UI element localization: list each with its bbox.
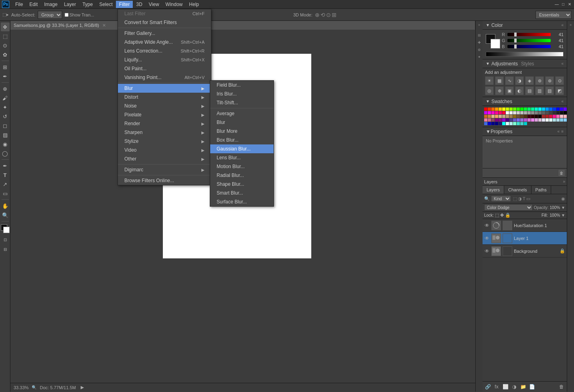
swatch-cell[interactable] bbox=[549, 118, 552, 122]
close-btn[interactable]: ✕ bbox=[567, 2, 572, 7]
swatch-cell[interactable] bbox=[520, 111, 523, 114]
filter-distort[interactable]: Distort ▶ bbox=[118, 93, 211, 102]
mini-icon-1[interactable]: » bbox=[476, 22, 483, 28]
swatch-cell[interactable] bbox=[564, 108, 567, 111]
swatch-cell[interactable] bbox=[524, 115, 527, 118]
quick-select-tool[interactable]: ✿ bbox=[1, 50, 10, 59]
adj-tab-styles[interactable]: Styles bbox=[521, 61, 534, 67]
swatch-cell[interactable] bbox=[560, 115, 563, 118]
swatch-cell[interactable] bbox=[517, 122, 520, 125]
type-tool[interactable]: T bbox=[1, 171, 10, 179]
swatch-cell[interactable] bbox=[546, 115, 549, 118]
move-tool[interactable]: ✥ bbox=[1, 22, 10, 31]
swatch-cell[interactable] bbox=[517, 118, 520, 122]
filter-pixelate[interactable]: Pixelate ▶ bbox=[118, 110, 211, 119]
swatch-cell[interactable] bbox=[556, 118, 560, 122]
swatch-cell[interactable] bbox=[488, 122, 491, 125]
swatch-cell[interactable] bbox=[491, 122, 495, 125]
swatch-cell[interactable] bbox=[509, 108, 513, 111]
color-expand-icon[interactable]: « bbox=[561, 23, 564, 27]
add-style-btn[interactable]: fx bbox=[493, 383, 500, 390]
minimize-btn[interactable]: — bbox=[554, 2, 560, 7]
adj-panel-expand[interactable]: « bbox=[561, 61, 564, 66]
filter-blur[interactable]: Blur ▶ bbox=[118, 84, 211, 93]
color-picker[interactable] bbox=[1, 224, 10, 233]
blur-smart[interactable]: Smart Blur... bbox=[210, 189, 274, 197]
swatch-cell[interactable] bbox=[499, 111, 502, 114]
filter-lens-correction[interactable]: Lens Correction... Shift+Ctrl+R bbox=[118, 47, 211, 55]
swatch-cell[interactable] bbox=[564, 111, 567, 114]
swatch-cell[interactable] bbox=[527, 118, 531, 122]
filter-gallery[interactable]: Filter Gallery... bbox=[118, 29, 211, 38]
3d-tool-3[interactable]: ⊙ bbox=[326, 12, 331, 18]
history-brush-tool[interactable]: ↺ bbox=[1, 112, 10, 121]
swatch-cell[interactable] bbox=[513, 122, 516, 125]
lock-move-icon[interactable]: ✥ bbox=[500, 213, 504, 218]
opacity-arrow[interactable]: ▼ bbox=[561, 205, 565, 210]
blur-surface[interactable]: Surface Blur... bbox=[210, 197, 274, 206]
adjustments-panel-header[interactable]: ▼ Adjustments Styles « bbox=[483, 59, 567, 68]
blur-field[interactable]: Field Blur... bbox=[210, 81, 274, 89]
properties-expand[interactable]: « bbox=[558, 129, 560, 134]
zoom-tool[interactable]: 🔍 bbox=[1, 211, 10, 219]
layer-visibility-1[interactable]: 👁 bbox=[484, 236, 490, 241]
menu-view[interactable]: View bbox=[146, 1, 162, 8]
blur-motion[interactable]: Motion Blur... bbox=[210, 162, 274, 171]
gradient-tool[interactable]: ▨ bbox=[1, 130, 10, 139]
blur-blur[interactable]: Blur bbox=[210, 118, 274, 127]
restore-btn[interactable]: □ bbox=[560, 2, 566, 7]
layers-collapse-btn[interactable]: » bbox=[563, 179, 565, 184]
swatch-cell[interactable] bbox=[488, 108, 491, 111]
swatch-cell[interactable] bbox=[495, 118, 498, 122]
swatch-cell[interactable] bbox=[553, 108, 556, 111]
swatch-cell[interactable] bbox=[499, 115, 502, 118]
swatch-cell[interactable] bbox=[502, 111, 505, 114]
filter-convert-smart[interactable]: Convert for Smart Filters bbox=[118, 18, 211, 27]
swatch-cell[interactable] bbox=[531, 118, 534, 122]
adj-icon-selectivecolor[interactable]: ◩ bbox=[555, 86, 564, 95]
swatch-cell[interactable] bbox=[509, 122, 513, 125]
swatch-cell[interactable] bbox=[564, 118, 567, 122]
swatch-cell[interactable] bbox=[513, 118, 516, 122]
fill-arrow[interactable]: ▼ bbox=[561, 213, 565, 217]
mini-icon-4[interactable]: ⊕ bbox=[476, 47, 483, 53]
swatch-cell[interactable] bbox=[553, 111, 556, 114]
adj-icon-bw[interactable]: ⊙ bbox=[555, 76, 564, 85]
blur-iris[interactable]: Iris Blur... bbox=[210, 89, 274, 98]
clone-stamp-tool[interactable]: ✦ bbox=[1, 103, 10, 112]
swatch-cell[interactable] bbox=[538, 118, 542, 122]
filter-video[interactable]: Video ▶ bbox=[118, 146, 211, 154]
filter-shape-icon[interactable]: ▭ bbox=[526, 196, 530, 201]
adj-icon-colorlookup[interactable]: ▣ bbox=[505, 86, 514, 95]
close-canvas-btn[interactable]: ✕ bbox=[102, 23, 106, 28]
filter-adaptive-wide[interactable]: Adaptive Wide Angle... Shift+Ctrl+A bbox=[118, 38, 211, 47]
quick-mask[interactable]: ⊡ bbox=[1, 235, 10, 244]
swatch-cell[interactable] bbox=[495, 115, 498, 118]
screen-mode[interactable]: ⊟ bbox=[1, 245, 10, 254]
shape-tool[interactable]: ▭ bbox=[1, 189, 10, 198]
swatch-cell[interactable] bbox=[553, 118, 556, 122]
swatch-cell[interactable] bbox=[491, 111, 495, 114]
swatch-cell[interactable] bbox=[542, 111, 545, 114]
fill-value[interactable]: 100% bbox=[550, 213, 560, 217]
swatch-cell[interactable] bbox=[520, 108, 523, 111]
blur-tool[interactable]: ◉ bbox=[1, 140, 10, 148]
swatch-cell[interactable] bbox=[488, 111, 491, 114]
adj-icon-photofilter[interactable]: ◎ bbox=[485, 86, 494, 95]
eraser-tool[interactable]: ◻ bbox=[1, 121, 10, 130]
nav-arrow[interactable]: ▶ bbox=[81, 385, 84, 390]
swatch-cell[interactable] bbox=[538, 108, 542, 111]
swatch-cell[interactable] bbox=[527, 115, 531, 118]
swatch-cell[interactable] bbox=[491, 115, 495, 118]
swatch-cell[interactable] bbox=[531, 108, 534, 111]
mini-icon-5[interactable]: ✦ bbox=[476, 54, 483, 60]
swatch-cell[interactable] bbox=[564, 115, 567, 118]
layer-visibility-hue[interactable]: 👁 bbox=[484, 223, 490, 228]
menu-image[interactable]: Image bbox=[41, 1, 61, 8]
blur-lens[interactable]: Lens Blur... bbox=[210, 153, 274, 162]
properties-header[interactable]: ▼ Properties « ≡ bbox=[483, 127, 567, 136]
mini-icon-2[interactable]: ⊞ bbox=[476, 32, 483, 39]
swatch-cell[interactable] bbox=[524, 118, 527, 122]
new-group-btn[interactable]: 📁 bbox=[519, 383, 527, 390]
swatch-cell[interactable] bbox=[495, 111, 498, 114]
